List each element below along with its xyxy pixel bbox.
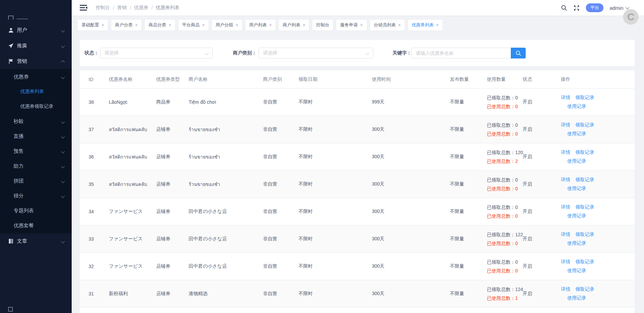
use-records-link[interactable]: 使用记录: [567, 295, 586, 300]
sidebar-subitem[interactable]: 拼团: [0, 173, 72, 188]
detail-link[interactable]: 详情: [561, 232, 570, 238]
sidebar-subitem-label: 优惠券领取记录: [20, 103, 53, 110]
claim-records-link[interactable]: 领取记录: [575, 259, 594, 265]
nav-tag[interactable]: 优惠券列表: [408, 19, 443, 31]
nav-tag[interactable]: 服务申请: [336, 19, 367, 31]
use-records-link[interactable]: 使用记录: [567, 186, 586, 191]
cell-id: 35: [89, 182, 109, 187]
sidebar-subitem[interactable]: 优惠券领取记录: [0, 99, 72, 114]
cell-merchant-name: ร้านขายของชำ: [189, 180, 263, 188]
cell-actions: 详情 领取记录 使用记录: [561, 95, 635, 110]
use-records-link[interactable]: 使用记录: [567, 103, 586, 109]
breadcrumb-item[interactable]: 控制台: [96, 5, 110, 11]
sidebar-subitem[interactable]: 秒殺: [0, 114, 72, 129]
keyword-input[interactable]: [411, 48, 511, 58]
search-button[interactable]: [511, 48, 526, 58]
detail-link[interactable]: 详情: [561, 122, 570, 128]
cell-use-time: 300天: [372, 236, 450, 242]
claim-records-link[interactable]: 领取记录: [575, 232, 594, 238]
claim-records-link[interactable]: 领取记录: [575, 122, 594, 128]
sidebar-subitem[interactable]: 積分: [0, 188, 72, 203]
claim-records-link[interactable]: 领取记录: [575, 95, 594, 101]
nav-tag-label: 控制台: [316, 22, 329, 28]
collapse-menu-icon[interactable]: [79, 4, 88, 11]
sidebar-item-marketing[interactable]: 营销: [0, 53, 72, 69]
nav-tag[interactable]: 基础配置: [77, 19, 108, 31]
nav-tag[interactable]: 用户分组: [212, 19, 242, 31]
sidebar-item-label: 文章: [17, 238, 27, 244]
claimed-total-value: 0: [515, 122, 518, 128]
sidebar-submenu: 优惠券 优惠券列表 优惠券领取记录 秒殺 直播 预售 助力 拼团 積分 专题列表: [0, 69, 72, 233]
sidebar-subitem[interactable]: 优惠券: [0, 69, 72, 84]
status-select[interactable]: 请选择: [100, 48, 213, 58]
nav-tag[interactable]: 商户列表: [279, 19, 309, 31]
close-icon[interactable]: [101, 22, 104, 28]
close-icon[interactable]: [398, 22, 401, 28]
detail-link[interactable]: 详情: [561, 149, 570, 155]
cell-merchant-category: 非自营: [263, 236, 299, 242]
cell-usage-counts: 已领取总数：124 已使用总数：1: [487, 285, 523, 303]
sidebar-item-promotion[interactable]: 推廣: [0, 38, 72, 53]
merchant-category-select[interactable]: 请选择: [259, 48, 373, 58]
nav-tag[interactable]: 平台商品: [178, 19, 209, 31]
sidebar-item-article[interactable]: 文章: [0, 233, 72, 249]
close-icon[interactable]: [168, 22, 171, 28]
breadcrumb-item[interactable]: 营销: [117, 5, 127, 11]
user-menu[interactable]: admin: [610, 5, 629, 11]
cell-use-time: 300天: [372, 154, 450, 160]
use-records-link[interactable]: 使用记录: [567, 158, 586, 164]
close-icon[interactable]: [303, 22, 305, 28]
cell-usage-counts: 已领取总数：122 已使用总数：0: [487, 230, 523, 248]
platform-badge[interactable]: 平台: [586, 3, 603, 12]
sidebar-subitem[interactable]: 直播: [0, 129, 72, 144]
cell-id: 31: [89, 291, 109, 296]
detail-link[interactable]: 详情: [561, 204, 570, 210]
search-icon[interactable]: [561, 5, 567, 11]
sidebar-subitem[interactable]: 预售: [0, 144, 72, 159]
close-icon[interactable]: [202, 22, 205, 28]
nav-tag[interactable]: 控制台: [312, 19, 333, 31]
sidebar-subitem[interactable]: 助力: [0, 159, 72, 173]
sidebar-subitem[interactable]: 优惠券列表: [0, 84, 72, 99]
nav-tag[interactable]: 用户列表: [245, 19, 276, 31]
avatar[interactable]: [623, 9, 639, 25]
claim-records-link[interactable]: 领取记录: [575, 204, 594, 210]
sidebar-subitem[interactable]: 优惠套餐: [0, 218, 72, 233]
cell-publish-qty: 不限量: [450, 236, 487, 242]
cell-usage-counts: 已领取总数：0 已使用总数：0: [487, 203, 523, 220]
fullscreen-icon[interactable]: [573, 5, 580, 11]
close-icon[interactable]: [236, 22, 238, 28]
close-icon[interactable]: [360, 22, 363, 28]
claim-records-link[interactable]: 领取记录: [575, 149, 594, 155]
detail-link[interactable]: 详情: [561, 177, 570, 183]
use-records-link[interactable]: 使用记录: [567, 131, 586, 136]
nav-tag-label: 优惠券列表: [412, 22, 434, 28]
cell-coupon-name: 新粉福利: [109, 291, 156, 297]
sidebar-item-user[interactable]: 用户: [0, 22, 72, 38]
column-header: 发布数量: [450, 76, 487, 82]
use-records-link[interactable]: 使用记录: [567, 268, 586, 273]
sidebar-item-clipped[interactable]: [0, 303, 72, 312]
close-icon[interactable]: [269, 22, 272, 28]
claim-records-link[interactable]: 领取记录: [575, 177, 594, 183]
detail-link[interactable]: 详情: [561, 286, 570, 292]
detail-link[interactable]: 详情: [561, 95, 570, 101]
detail-link[interactable]: 详情: [561, 259, 570, 265]
chevron-down-icon: [205, 51, 209, 55]
cell-merchant-category: 非自营: [263, 181, 299, 187]
claim-records-link[interactable]: 领取记录: [575, 286, 594, 292]
nav-tag[interactable]: 分销员列表: [370, 19, 405, 31]
sidebar-subitem[interactable]: 专题列表: [0, 203, 72, 218]
close-icon[interactable]: [436, 22, 439, 28]
use-records-link[interactable]: 使用记录: [567, 240, 586, 246]
breadcrumb-item[interactable]: 优惠券: [134, 5, 148, 11]
close-icon[interactable]: [135, 22, 138, 28]
nav-tag[interactable]: 商户分类: [111, 19, 142, 31]
username: admin: [610, 5, 623, 11]
nav-tag[interactable]: 商品分类: [144, 19, 175, 31]
cell-publish-qty: 不限量: [450, 99, 487, 105]
sidebar-item-clipped[interactable]: [0, 14, 72, 22]
cell-status: 开启: [523, 99, 561, 105]
used-total-text: 已使用总数：0: [487, 212, 520, 220]
use-records-link[interactable]: 使用记录: [567, 213, 586, 218]
